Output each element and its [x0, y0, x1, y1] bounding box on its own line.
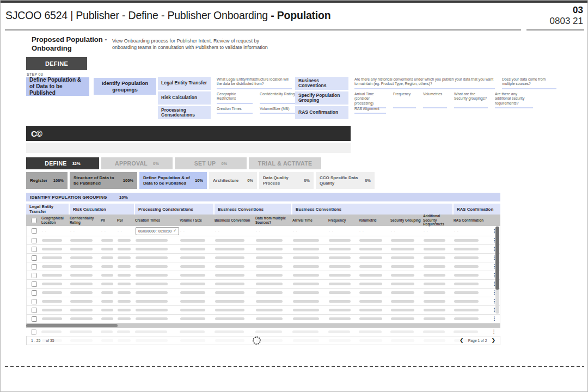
placeholder-pill [293, 256, 319, 259]
table-cell [454, 248, 488, 250]
row-range-value: 1 - 25 [31, 339, 40, 342]
table-cell [70, 248, 101, 250]
row-menu-icon[interactable]: ⋮ [492, 329, 497, 334]
table-cell: - - [42, 229, 70, 232]
tab-percent: 0% [153, 161, 159, 166]
subtab-percent: 10% [195, 178, 203, 183]
table-cell [70, 317, 101, 320]
table-cell [359, 283, 391, 285]
placeholder-pill [101, 291, 113, 294]
column-header: Geographical Location [41, 216, 70, 224]
row-checkbox[interactable] [32, 247, 37, 252]
select-all-checkbox[interactable] [31, 218, 36, 223]
placeholder-pill [70, 248, 93, 250]
placeholder-pill [180, 317, 205, 320]
subtab-register[interactable]: Register100% [26, 172, 68, 189]
table-cell [42, 309, 70, 311]
table-cell [329, 291, 359, 294]
placeholder-pill [118, 283, 131, 285]
tab-set-up[interactable]: SET UP0% [175, 157, 247, 169]
row-menu-icon[interactable]: ⋮ [492, 316, 497, 321]
tab-define[interactable]: DEFINE32% [26, 157, 99, 169]
table-cell [424, 300, 454, 303]
row-checkbox[interactable] [32, 290, 37, 296]
horizontal-scrollbar-thumb[interactable] [26, 324, 118, 327]
page-next-icon[interactable]: ❯ [491, 338, 495, 343]
placeholder-pill [215, 330, 244, 333]
table-cell [359, 248, 391, 250]
table-cell [180, 330, 215, 333]
table-cell [136, 283, 180, 285]
tab-trial-activate[interactable]: TRIAL & ACTIVATE [249, 157, 321, 169]
app-logo: C© [31, 129, 42, 138]
table-row: ⋮ [27, 315, 500, 323]
page-previous-icon[interactable]: ❮ [460, 338, 464, 343]
row-checkbox[interactable] [32, 255, 37, 261]
subtab-percent: 100% [53, 178, 64, 183]
placeholder-pill [101, 330, 113, 333]
table-cell [117, 330, 135, 333]
table-cell [42, 274, 70, 277]
table-row: ⋮ [27, 306, 500, 315]
table-cell [101, 256, 118, 259]
row-checkbox[interactable] [32, 299, 37, 304]
table-cell [70, 309, 101, 311]
table-cell [390, 330, 423, 333]
table-row: ⋮ [27, 297, 500, 306]
placeholder-pill [293, 300, 319, 303]
placeholder-pill [42, 265, 62, 268]
subtab-architecture[interactable]: Architecture0% [209, 172, 257, 189]
row-checkbox[interactable] [32, 316, 37, 322]
tab-approval[interactable]: APPROVAL0% [101, 157, 173, 169]
column-header: Security Grouping [390, 218, 423, 222]
placeholder-pill [70, 274, 93, 277]
placeholder-pill [256, 265, 283, 268]
flow-row: Specify Population GroupingArrival Time … [295, 91, 556, 106]
table-cell [136, 265, 180, 268]
vertical-scrollbar[interactable] [495, 226, 499, 314]
row-checkbox-cell [27, 255, 42, 261]
row-checkbox[interactable] [31, 329, 36, 335]
row-checkbox[interactable] [32, 264, 37, 270]
placeholder-pill [101, 274, 113, 277]
vertical-scrollbar-thumb[interactable] [495, 226, 499, 290]
row-checkbox[interactable] [32, 238, 37, 243]
table-cell [136, 291, 180, 294]
table-cell [180, 274, 215, 277]
row-checkbox[interactable] [32, 281, 37, 287]
row-checkbox-cell [27, 299, 42, 304]
subtab-structure-of-data-to-be-publ[interactable]: Structure of Data to be Published100% [70, 172, 137, 189]
row-checkbox-cell [27, 290, 42, 296]
flow-question: Volume/Size (MB) [260, 107, 296, 114]
placeholder-pill [359, 248, 382, 250]
table-cell [118, 248, 136, 250]
subtab-define-population-of-data-to[interactable]: Define Population & of Data to be Publis… [139, 172, 207, 189]
identify-population-box: Identify Population groupings [94, 78, 156, 95]
row-range: 1 - 25 of 35 [31, 339, 54, 342]
row-checkbox[interactable] [32, 308, 37, 313]
placeholder-pill [329, 265, 351, 268]
placeholder-pill [215, 256, 244, 259]
table-cell [215, 330, 255, 333]
placeholder-pill [454, 274, 479, 277]
table-progress: 10% [119, 195, 128, 200]
horizontal-scrollbar[interactable] [26, 323, 500, 328]
row-checkbox[interactable] [32, 228, 37, 234]
table-cell [359, 256, 391, 259]
flow-row: Legal Entity TransferWhat Legal Entity/I… [158, 77, 296, 91]
subtab-cco-specific-data-quality[interactable]: CCO Specific Data Quality0% [316, 172, 375, 189]
section-heading: Proposed Population - Onboarding [32, 35, 121, 53]
row-checkbox[interactable] [32, 273, 37, 278]
table-cell [70, 300, 101, 303]
creation-time-input[interactable]: 00/00/0000 : 00:00:00✓ [136, 227, 179, 235]
table-cell [118, 265, 136, 268]
tab-label: DEFINE [45, 160, 66, 167]
table-group-header-row: Legal Entity TransferRisk CalculationPro… [26, 204, 500, 215]
placeholder-pill [293, 274, 319, 277]
subtab-data-quality-process[interactable]: Data Quality Process0% [259, 172, 314, 189]
table-cell [101, 300, 118, 303]
table-cell [454, 330, 487, 333]
table-cell [136, 300, 180, 303]
table-cell [454, 265, 488, 268]
table-cell [215, 256, 256, 259]
